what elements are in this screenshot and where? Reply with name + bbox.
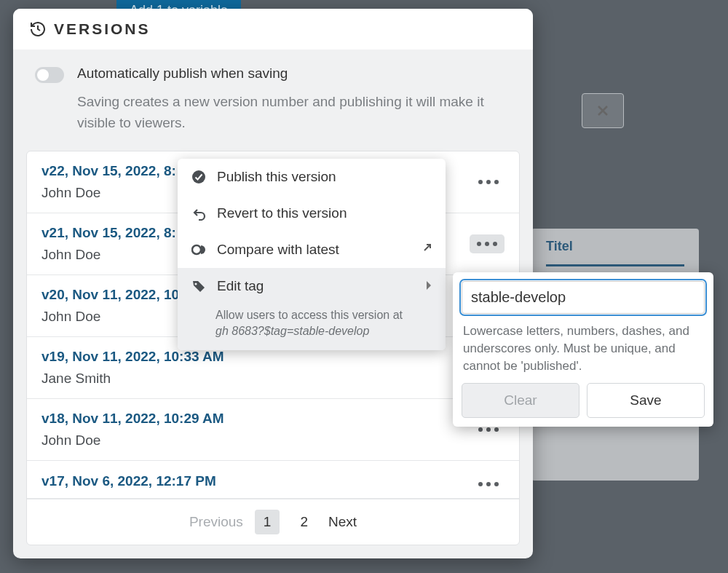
clear-button[interactable]: Clear	[462, 383, 579, 418]
menu-revert-version[interactable]: Revert to this version	[178, 195, 446, 232]
version-title: v19, Nov 11, 2022, 10:33 AM	[41, 349, 224, 365]
menu-label: Revert to this version	[217, 205, 347, 221]
more-actions-button[interactable]	[472, 476, 505, 492]
version-author: John Doe	[41, 309, 179, 325]
edit-tag-description: Allow users to access this version at gh…	[191, 307, 432, 340]
pagination-page-1[interactable]: 1	[255, 510, 280, 534]
auto-publish-description: Saving creates a new version number and …	[77, 92, 511, 133]
version-title: v21, Nov 15, 2022, 8:	[41, 225, 176, 241]
version-author: John Doe	[41, 185, 176, 201]
close-icon	[597, 105, 609, 116]
external-link-icon	[421, 242, 432, 258]
auto-publish-label: Automatically publish when saving	[77, 66, 288, 82]
pagination-page-2[interactable]: 2	[291, 510, 317, 534]
version-row[interactable]: v17, Nov 6, 2022, 12:17 PM	[27, 461, 519, 499]
save-button[interactable]: Save	[587, 383, 705, 418]
versions-list: v22, Nov 15, 2022, 8: John Doe v21, Nov …	[26, 151, 520, 545]
edit-tag-popup: Lowercase letters, numbers, dashes, and …	[453, 272, 713, 427]
version-author: Jane Smith	[41, 371, 224, 387]
revert-icon	[191, 206, 207, 221]
menu-publish-version[interactable]: Publish this version	[178, 159, 446, 195]
tag-name-input[interactable]	[462, 281, 705, 314]
svg-point-1	[192, 245, 201, 254]
menu-label: Publish this version	[217, 169, 336, 185]
svg-point-0	[192, 170, 205, 183]
chevron-right-icon	[425, 278, 432, 294]
menu-compare-latest[interactable]: Compare with latest	[178, 232, 446, 268]
more-actions-button[interactable]	[472, 174, 505, 190]
version-title: v18, Nov 11, 2022, 10:29 AM	[41, 411, 224, 427]
version-title: v22, Nov 15, 2022, 8:	[41, 163, 176, 179]
pagination: Previous 1 2 Next	[27, 499, 519, 545]
svg-point-2	[194, 282, 197, 285]
publish-icon	[191, 170, 207, 184]
menu-label: Compare with latest	[217, 242, 339, 258]
version-title: v17, Nov 6, 2022, 12:17 PM	[41, 473, 216, 489]
auto-publish-toggle[interactable]	[35, 67, 64, 83]
version-author: John Doe	[41, 247, 176, 263]
pagination-next[interactable]: Next	[328, 514, 357, 530]
version-author: John Doe	[41, 432, 224, 448]
table-header-titel: Titel	[546, 239, 684, 266]
menu-edit-tag[interactable]: Edit tag Allow users to access this vers…	[178, 268, 446, 350]
modal-header: VERSIONS	[13, 9, 533, 50]
modal-title: VERSIONS	[54, 20, 151, 38]
history-icon	[29, 20, 47, 38]
version-title: v20, Nov 11, 2022, 10	[41, 287, 179, 303]
close-button[interactable]	[582, 93, 624, 128]
more-actions-button[interactable]	[470, 234, 505, 253]
compare-icon	[191, 242, 207, 257]
menu-label: Edit tag	[217, 278, 264, 294]
tag-icon	[191, 279, 207, 293]
toggle-knob	[37, 69, 49, 81]
pagination-previous[interactable]: Previous	[189, 514, 243, 530]
auto-publish-section: Automatically publish when saving Saving…	[13, 50, 533, 151]
version-row[interactable]: v18, Nov 11, 2022, 10:29 AM John Doe	[27, 399, 519, 461]
version-context-menu: Publish this version Revert to this vers…	[178, 159, 446, 350]
tag-help-text: Lowercase letters, numbers, dashes, and …	[463, 323, 703, 374]
